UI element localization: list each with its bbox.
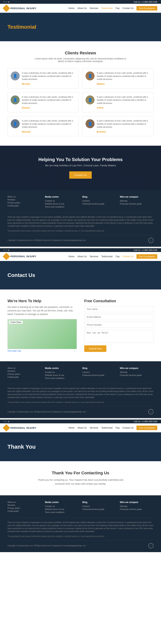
logo-diamond [2,4,10,12]
nav2-contact[interactable]: Contact Us [122,255,134,258]
footer2-link[interactable]: Credit guide [7,376,41,378]
nav-about[interactable]: About Us [77,7,87,10]
name-input[interactable] [84,306,154,312]
footer3-link[interactable]: Careers [82,505,116,507]
footer-link[interactable]: About us [7,196,41,198]
scroll-top-button[interactable]: ↑ [148,238,154,243]
footer-copyright: Copyright © domainname.com. All Rights R… [7,235,154,243]
footer2-desc: There are many variations of passages of… [7,384,154,399]
footer-link[interactable]: Financial services guide [120,203,154,205]
footer3-link[interactable]: Privacy policy [7,507,41,509]
nav-contact[interactable]: Contact Us [122,7,134,10]
nav3-testimonial[interactable]: Testimonial [101,426,113,429]
scroll-top-button-2[interactable]: ↑ [148,409,154,414]
nav2-testimonial[interactable]: Testimonial [101,255,113,258]
footer-link[interactable]: Contact us [45,200,79,202]
phone-input[interactable] [84,322,154,328]
footer3-link[interactable]: About us [7,501,41,503]
footer2-link[interactable]: Financial services guide [82,374,116,376]
contact-hero-title: Contact Us [7,272,35,278]
twitter-icon-3[interactable]: t [6,420,6,422]
nav-testimonial[interactable]: Testimonial [101,7,113,10]
footer3-copyright: Copyright © domainname.com. All Rights R… [7,540,154,548]
footer-link[interactable]: Credit guide [7,204,41,207]
nav2-home[interactable]: Home [68,255,74,258]
nav3-contact[interactable]: Contact Us [122,426,134,429]
nav2-cta-button[interactable]: Free Consultation [137,254,157,259]
footer2-col-title: Blog [82,367,116,370]
logo-3[interactable]: PERSONAL INJURY [4,425,36,430]
map-view-link[interactable]: View larger map [7,350,21,352]
footer3-link[interactable]: Terms and conditions [45,511,79,513]
footer3-link[interactable]: Credit guide [7,510,41,512]
contact-left: We're Here To Help Our team is standing … [7,299,77,352]
nav-cta-button[interactable]: Free Consultation [137,6,157,10]
reviews-title: Clients Reviews [7,50,154,56]
review-text: It uses a dictionary of over Latin words… [97,72,150,81]
footer2-link[interactable]: Website terms of use [45,374,79,376]
facebook-icon[interactable]: f [4,1,4,3]
thankyou-text: Thank you for contacting us. Your reques… [34,478,127,486]
nav3-home[interactable]: Home [68,426,74,429]
footer-link[interactable]: Financial services guide [82,203,116,205]
footer3-link[interactable]: Sitemap [120,505,154,507]
twitter-icon[interactable]: t [6,1,6,3]
social-icons-3: f t in [4,420,9,422]
footer3-col-1: About us Reviews Privacy policy Credit g… [7,501,41,514]
page-divider [0,247,161,248]
footer2-link[interactable]: About us [7,367,41,369]
contact-right: Free Consultation Submit Now [84,299,154,352]
copyright-text: Copyright © domainname.com. All Rights R… [7,239,86,241]
footer-col-1: About us Reviews Privacy policy Credit g… [7,196,41,209]
nav2-about[interactable]: About Us [77,255,87,258]
footer-link[interactable]: Sitemap [120,200,154,202]
footer-link[interactable]: Terms and conditions [45,206,79,208]
footer-link[interactable]: Website terms of use [45,203,79,205]
nav2-faq[interactable]: Faq [116,255,119,258]
footer3-link[interactable]: Website terms of use [45,508,79,510]
twitter-icon-2[interactable]: t [6,249,6,251]
review-card: 👤 It uses a dictionary of over Latin wor… [82,68,154,88]
footer2-link[interactable]: Careers [82,371,116,373]
footer-col-2: Media centre Contact us Website terms of… [45,196,79,209]
nav-links-3: Home About Us Services Testimonial Faq C… [68,426,157,430]
nav3-faq[interactable]: Faq [116,426,119,429]
footer2-link[interactable]: Contact us [45,371,79,373]
email-input[interactable] [84,314,154,320]
nav3-cta-button[interactable]: Free Consultation [137,426,157,430]
nav3-services[interactable]: Services [90,426,98,429]
footer-link[interactable]: Careers [82,200,116,202]
instagram-icon-3[interactable]: in [8,420,9,422]
nav2-services[interactable]: Services [90,255,98,258]
thankyou-title: Thank You For Contacting Us [7,470,154,476]
review-text: It uses a dictionary of over Latin words… [22,72,75,81]
footer3-link[interactable]: Financial services guide [120,508,154,510]
nav3-about[interactable]: About Us [77,426,87,429]
cta-contact-button[interactable]: Contact Us [69,171,92,179]
message-input[interactable] [84,330,154,343]
logo-2[interactable]: PERSONAL INJURY [4,254,36,259]
footer2-link[interactable]: Terms and conditions [45,377,79,379]
footer2-link[interactable]: Financial services guide [120,374,154,376]
footer2-link[interactable]: Privacy policy [7,373,41,375]
footer3-link[interactable]: Financial services guide [82,508,116,510]
footer-link[interactable]: Reviews [7,198,41,201]
submit-button[interactable]: Submit Now [84,345,106,352]
nav-home[interactable]: Home [68,7,74,10]
nav-faq[interactable]: Faq [116,7,119,10]
footer2-link[interactable]: Reviews [7,370,41,372]
footer3-col-2: Media centre Contact us Website terms of… [45,501,79,514]
footer2-link[interactable]: Sitemap [120,371,154,373]
footer3-link[interactable]: Reviews [7,504,41,506]
review-content: It uses a dictionary of over Latin words… [97,96,150,109]
footer3-link[interactable]: Contact us [45,505,79,507]
footer-link[interactable]: Privacy policy [7,202,41,204]
facebook-icon-3[interactable]: f [4,420,4,422]
footer-desc: There are many variations of passages of… [7,212,154,228]
logo[interactable]: PERSONAL INJURY [4,6,36,11]
nav-services[interactable]: Services [90,7,98,10]
scroll-top-button-3[interactable]: ↑ [148,543,154,548]
facebook-icon-2[interactable]: f [4,249,4,251]
instagram-icon-2[interactable]: in [8,249,9,251]
instagram-icon[interactable]: in [8,1,9,3]
